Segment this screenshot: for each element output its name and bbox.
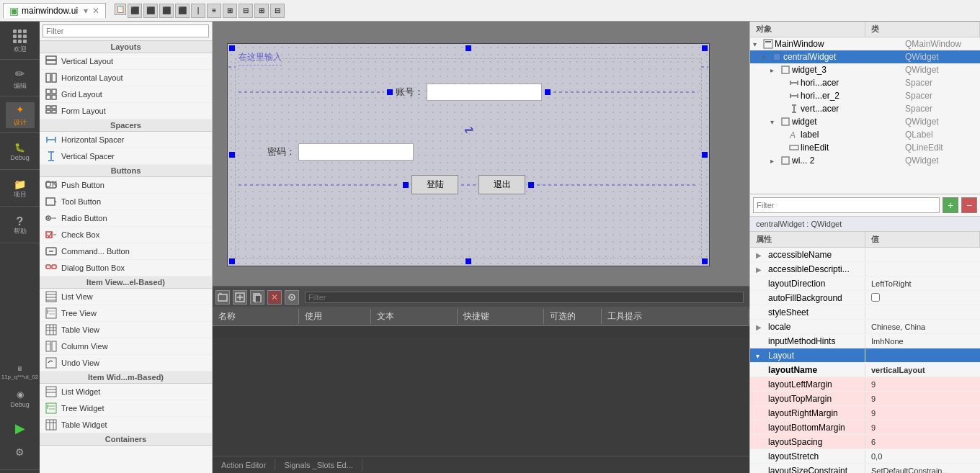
- expand-arrow-widget3[interactable]: ▸: [770, 66, 779, 74]
- expand-arrow-centralwidget[interactable]: ▾: [762, 53, 770, 61]
- login-button[interactable]: 登陆: [411, 175, 458, 194]
- sidebar-btn-edit[interactable]: ✏ 编辑: [6, 66, 35, 91]
- widget-item-vertical-layout[interactable]: Vertical Layout: [40, 53, 212, 70]
- widget-item-check-box[interactable]: Check Box: [40, 227, 212, 243]
- prop-expand-layout[interactable]: ▾: [756, 352, 766, 360]
- widget-item-dialog-button-box[interactable]: Dialog Button Box: [40, 260, 212, 276]
- prop-row-layout-stretch[interactable]: ▶ layoutStretch 0,0: [750, 449, 980, 464]
- account-input[interactable]: [427, 84, 542, 101]
- tree-item-horiz-er2[interactable]: ▸ hori...er_2 Spacer: [750, 89, 980, 102]
- password-input[interactable]: [298, 143, 414, 161]
- widget-item-list-view[interactable]: List View: [40, 289, 212, 305]
- sidebar-btn-debug[interactable]: 🐛 Debug: [6, 139, 35, 165]
- toolbar-btn-10[interactable]: ⊞: [254, 4, 269, 18]
- tree-item-label[interactable]: ▸ A label QLabel: [750, 128, 980, 141]
- sidebar-btn-welcome[interactable]: 欢迎: [6, 29, 35, 55]
- toolbar-btn-7[interactable]: ≡: [207, 4, 221, 18]
- btn-left-ruler: [239, 184, 400, 186]
- toolbar-btn-3[interactable]: ⬛: [143, 4, 158, 18]
- prop-row-inputmethod[interactable]: ▶ inputMethodHints ImhNone: [750, 334, 980, 348]
- sidebar-btn-project[interactable]: 📁 项目: [6, 176, 35, 202]
- prop-row-layout-sizeconstraint[interactable]: ▶ layoutSizeConstraint SetDefaultConstra…: [750, 464, 980, 473]
- toolbar-btn-11[interactable]: ⊟: [270, 4, 285, 18]
- widget-item-form-layout[interactable]: Form Layout: [40, 103, 212, 120]
- tree-item-widget[interactable]: ▾ widget QWidget: [750, 115, 980, 128]
- toolbar-btn-9[interactable]: ⊟: [239, 4, 253, 18]
- widget-item-tool-button[interactable]: Tool Button: [40, 194, 212, 210]
- filter-remove-btn[interactable]: −: [961, 197, 977, 213]
- toolbar-btn-2[interactable]: ⬛: [128, 4, 142, 18]
- prop-row-locale[interactable]: ▶ locale Chinese, China: [750, 320, 980, 334]
- prop-row-autofill[interactable]: ▶ autoFillBackground: [750, 291, 980, 305]
- filter-add-btn[interactable]: +: [943, 197, 958, 213]
- file-tab[interactable]: ▣ mainwindow.ui ▾ ✕: [3, 3, 106, 18]
- widget-item-command-button[interactable]: Command... Button: [40, 243, 212, 260]
- props-filter-input[interactable]: [753, 197, 940, 213]
- expand-arrow-widget[interactable]: ▾: [770, 118, 779, 126]
- btn-right-ruler: [537, 184, 698, 186]
- sidebar-btn-monitor[interactable]: 🖥 11p_q***ut_02: [6, 359, 35, 385]
- widget-item-horizontal-spacer[interactable]: Horizontal Spacer: [40, 132, 212, 148]
- prop-row-layout-group[interactable]: ▾ Layout: [750, 348, 980, 363]
- widget-item-table-widget[interactable]: Table Widget: [40, 417, 212, 433]
- prop-row-stylesheet[interactable]: ▶ styleSheet: [750, 305, 980, 320]
- prop-row-layout-bottom[interactable]: ▶ layoutBottomMargin 9: [750, 420, 980, 435]
- widget-item-list-widget[interactable]: List Widget: [40, 384, 212, 400]
- design-canvas[interactable]: 在这里输入 账号：: [227, 43, 710, 266]
- prop-row-layout-top[interactable]: ▶ layoutTopMargin 9: [750, 392, 980, 406]
- widget-item-horizontal-layout[interactable]: Horizontal Layout: [40, 70, 212, 86]
- bottom-btn-delete[interactable]: ✕: [267, 290, 282, 305]
- tree-item-horiz-acer[interactable]: ▸ hori...acer Spacer: [750, 76, 980, 89]
- tree-item-widget3[interactable]: ▸ widget_3 QWidget: [750, 63, 980, 76]
- prop-expand-1[interactable]: ▶: [756, 251, 766, 259]
- tree-item-lineedit[interactable]: ▸ lineEdit QLineEdit: [750, 141, 980, 154]
- prop-row-layout-direction[interactable]: ▶ layoutDirection LeftToRight: [750, 276, 980, 291]
- tree-item-mainwindow[interactable]: ▾ MainWindow QMainWindow: [750, 37, 980, 50]
- tab-action-editor[interactable]: Action Editor: [213, 459, 275, 471]
- bottom-btn-3[interactable]: [250, 290, 264, 305]
- prop-row-accessible-name[interactable]: ▶ accessibleName: [750, 248, 980, 262]
- widget-item-vertical-spacer[interactable]: Vertical Spacer: [40, 148, 212, 165]
- autofill-checkbox[interactable]: [871, 293, 880, 302]
- bottom-filter-input[interactable]: [305, 292, 744, 303]
- prop-row-accessible-desc[interactable]: ▶ accessibleDescripti...: [750, 262, 980, 276]
- widget-item-radio-button[interactable]: Radio Button: [40, 210, 212, 227]
- toolbar-btn-6[interactable]: |: [191, 4, 205, 18]
- object-tree-body: ▾ MainWindow QMainWindow ▾ centralWidge: [750, 37, 980, 194]
- sidebar-btn-help[interactable]: ? 帮助: [6, 212, 35, 238]
- widget-item-undo-view[interactable]: Undo View: [40, 355, 212, 371]
- prop-row-layout-spacing[interactable]: ▶ layoutSpacing 6: [750, 435, 980, 449]
- toolbar-btn-5[interactable]: ⬛: [175, 4, 190, 18]
- tree-item-wi2[interactable]: ▸ wi... 2 QWidget: [750, 154, 980, 167]
- prop-row-layout-right[interactable]: ▶ layoutRightMargin 9: [750, 406, 980, 420]
- tree-item-vert-acer[interactable]: ▸ vert...acer Spacer: [750, 102, 980, 115]
- widget-item-push-button[interactable]: OK Push Button: [40, 177, 212, 194]
- widget-item-table-view[interactable]: Table View: [40, 322, 212, 338]
- widget-item-tree-widget[interactable]: Tree Widget: [40, 400, 212, 417]
- tab-dropdown-icon[interactable]: ▾: [84, 6, 88, 16]
- toolbar-btn-1[interactable]: 📋: [115, 4, 126, 15]
- bottom-btn-2[interactable]: [233, 290, 247, 305]
- sidebar-btn-play[interactable]: ▶: [6, 413, 35, 438]
- sidebar-btn-settings[interactable]: ⚙: [6, 439, 35, 465]
- bottom-btn-4[interactable]: [285, 290, 299, 305]
- toolbar-btn-8[interactable]: ⊞: [223, 4, 237, 18]
- sidebar-btn-design[interactable]: ✦ 设计: [6, 102, 35, 128]
- tree-item-centralwidget[interactable]: ▾ centralWidget QWidget: [750, 50, 980, 63]
- bottom-btn-1[interactable]: [215, 290, 230, 305]
- widget-item-tree-view[interactable]: Tree View: [40, 305, 212, 322]
- prop-expand-6[interactable]: ▶: [756, 323, 766, 331]
- prop-row-layout-left[interactable]: ▶ layoutLeftMargin 9: [750, 377, 980, 392]
- expand-arrow-wi2[interactable]: ▸: [770, 157, 779, 165]
- widget-search-input[interactable]: [43, 24, 209, 37]
- widget-item-grid-layout[interactable]: Grid Layout: [40, 86, 212, 103]
- tab-close-icon[interactable]: ✕: [92, 6, 99, 16]
- expand-arrow-mainwindow[interactable]: ▾: [753, 40, 762, 48]
- prop-expand-2[interactable]: ▶: [756, 266, 766, 274]
- tab-signals-slots[interactable]: Signals _Slots Ed...: [275, 459, 362, 471]
- sidebar-btn-debug2[interactable]: ◉ Debug: [6, 386, 35, 412]
- widget-item-column-view[interactable]: Column View: [40, 338, 212, 355]
- quit-button[interactable]: 退出: [478, 175, 525, 194]
- toolbar-btn-4[interactable]: ⬛: [159, 4, 174, 18]
- prop-row-layoutname[interactable]: ▶ layoutName verticalLayout: [750, 363, 980, 377]
